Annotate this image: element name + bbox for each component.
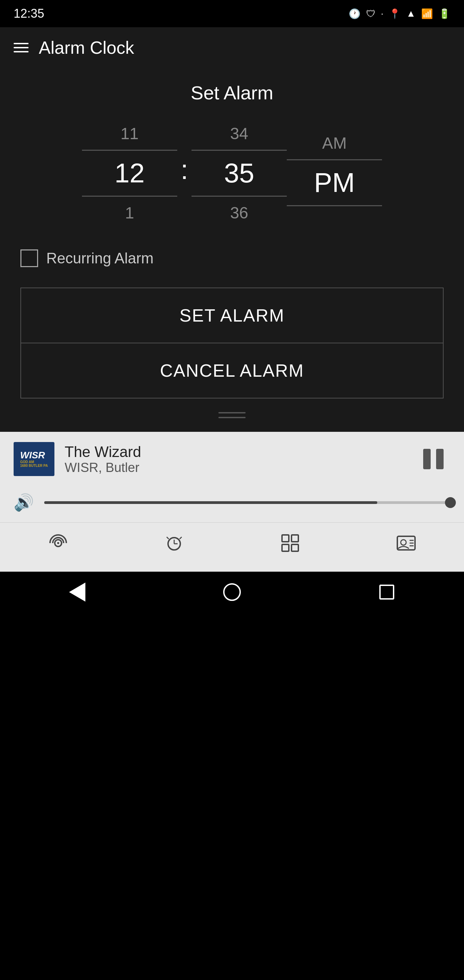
hamburger-line-3 [14, 51, 29, 52]
hamburger-line-1 [14, 43, 29, 44]
period-above: AM [322, 134, 346, 153]
nav-item-radio[interactable] [38, 530, 79, 562]
minutes-divider-top [192, 150, 287, 151]
volume-bar[interactable] [44, 501, 450, 504]
home-icon [223, 583, 241, 601]
main-content: Set Alarm 11 12 1 : 34 35 36 AM PM [0, 68, 464, 432]
period-divider-top [287, 159, 382, 160]
station-sub: WISR, Butler [65, 460, 406, 475]
back-icon [69, 582, 86, 601]
station-logo-text: WISR [20, 450, 48, 460]
status-icons: 🕐 🛡 · 📍 ▲ 📶 🔋 [349, 8, 451, 19]
home-button[interactable] [218, 579, 246, 606]
back-button[interactable] [64, 579, 91, 606]
svg-rect-1 [436, 449, 443, 469]
drag-line-2 [218, 417, 246, 418]
volume-icon: 🔊 [14, 493, 34, 512]
page-title: Set Alarm [0, 82, 464, 104]
station-logo: WISR GOD AM1680 BUTLER PA [14, 442, 54, 476]
hours-divider-bottom [82, 196, 177, 197]
volume-section: 🔊 [0, 486, 464, 522]
drag-handle-lines [218, 412, 246, 418]
media-player: WISR GOD AM1680 BUTLER PA The Wizard WIS… [0, 432, 464, 486]
drag-line-1 [218, 412, 246, 414]
svg-rect-11 [282, 544, 289, 551]
dot-status-icon: · [381, 8, 384, 19]
svg-rect-12 [292, 544, 298, 551]
system-nav [0, 572, 464, 612]
pause-icon [420, 445, 447, 473]
contact-nav-icon [396, 533, 416, 558]
svg-rect-0 [423, 449, 431, 469]
volume-thumb [445, 497, 456, 508]
location-status-icon: 📍 [389, 8, 401, 19]
svg-point-3 [57, 542, 59, 544]
drag-handle[interactable] [0, 412, 464, 418]
period-divider-bottom [287, 205, 382, 206]
recurring-checkbox[interactable] [21, 250, 38, 267]
clock-status-icon: 🕐 [349, 8, 361, 19]
svg-line-7 [167, 537, 169, 539]
minutes-column[interactable]: 34 35 36 [192, 124, 287, 222]
hours-selected: 12 [114, 158, 145, 189]
hamburger-line-2 [14, 47, 29, 48]
alarm-nav-icon [164, 533, 184, 558]
radio-nav-icon [48, 533, 68, 558]
station-logo-content: WISR GOD AM1680 BUTLER PA [20, 450, 48, 468]
station-info-section: The Wizard WISR, Butler [65, 443, 406, 475]
time-separator: : [181, 154, 188, 192]
status-time: 12:35 [14, 6, 44, 21]
period-selected: PM [314, 167, 355, 198]
cancel-alarm-button[interactable]: CANCEL ALARM [21, 343, 443, 398]
hours-column[interactable]: 11 12 1 [82, 124, 177, 222]
minutes-below: 36 [230, 204, 248, 222]
play-pause-button[interactable] [416, 442, 450, 476]
app-title: Alarm Clock [39, 37, 134, 58]
set-alarm-button[interactable]: SET ALARM [21, 288, 443, 343]
hours-divider-top [82, 150, 177, 151]
hours-below: 1 [125, 204, 134, 222]
time-picker: 11 12 1 : 34 35 36 AM PM [0, 124, 464, 222]
station-name: The Wizard [65, 443, 406, 460]
nav-item-alarm[interactable] [154, 530, 195, 562]
hours-above: 11 [121, 124, 138, 143]
bottom-nav [0, 522, 464, 572]
shield-status-icon: 🛡 [366, 8, 375, 19]
recents-button[interactable] [373, 579, 400, 606]
minutes-above: 34 [230, 124, 248, 143]
nav-item-contact[interactable] [386, 530, 427, 562]
svg-line-8 [180, 537, 182, 539]
volume-bar-fill [44, 501, 377, 504]
nav-item-grid[interactable] [270, 530, 311, 562]
recurring-section: Recurring Alarm [0, 250, 464, 267]
period-column[interactable]: AM PM [287, 134, 382, 213]
recurring-label: Recurring Alarm [46, 250, 153, 267]
status-bar: 12:35 🕐 🛡 · 📍 ▲ 📶 🔋 [0, 0, 464, 27]
wifi-status-icon: ▲ [406, 8, 416, 19]
signal-status-icon: 📶 [421, 8, 433, 19]
grid-nav-icon [280, 533, 300, 558]
svg-rect-9 [282, 535, 289, 542]
svg-point-14 [401, 540, 406, 545]
station-logo-subtext: GOD AM1680 BUTLER PA [20, 460, 48, 468]
recents-icon [379, 585, 394, 600]
svg-rect-10 [292, 535, 298, 542]
minutes-divider-bottom [192, 196, 287, 197]
hamburger-menu-button[interactable] [14, 43, 29, 52]
minutes-selected: 35 [224, 158, 254, 189]
app-header: Alarm Clock [0, 27, 464, 68]
battery-status-icon: 🔋 [439, 8, 450, 19]
